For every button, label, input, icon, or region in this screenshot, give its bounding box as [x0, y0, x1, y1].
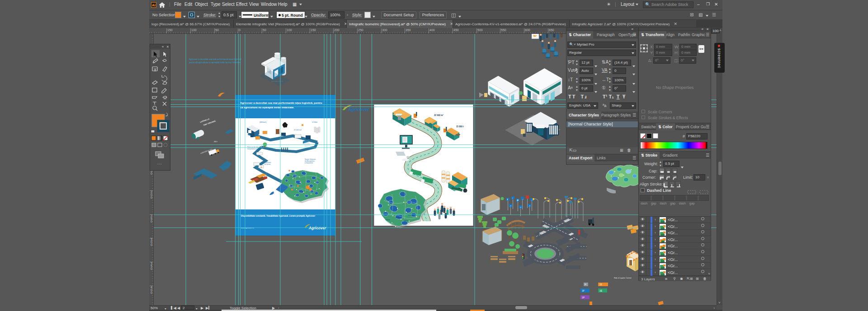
svg-text:→: →: [522, 197, 524, 200]
svg-text:Agricover a dezvoltat cea mai: Agricover a dezvoltat cea mai performant…: [240, 102, 322, 104]
svg-text:www.agricover.ro: www.agricover.ro: [271, 80, 283, 82]
svg-text:22 000 m²: 22 000 m²: [434, 114, 443, 116]
svg-text:↗: ↗: [510, 205, 512, 207]
svg-text:Uniform: Uniform: [254, 13, 269, 18]
svg-text:H: H: [585, 283, 586, 286]
svg-text:Agricover: Agricover: [308, 226, 326, 230]
svg-text:T: T: [154, 68, 156, 72]
svg-text:al Depozitelor: al Depozitelor: [305, 162, 313, 164]
svg-text:Hub-ul Logistic Central: Hub-ul Logistic Central: [614, 277, 632, 279]
svg-text:1E: 1E: [599, 289, 603, 292]
svg-text:de hectare: de hectare: [264, 163, 271, 165]
svg-text:Agricover a dezvoltat cea mai: Agricover a dezvoltat cea mai performant…: [189, 58, 241, 60]
svg-text:Bucureşti: Bucureşti: [396, 217, 401, 218]
svg-text:Craiova: Craiova: [386, 219, 390, 221]
svg-text:Călăraşi: Călăraşi: [404, 220, 409, 222]
svg-text:15 800 t: 15 800 t: [456, 125, 464, 128]
svg-text:Agricover: Agricover: [348, 107, 370, 112]
svg-text:✕: ✕: [166, 45, 169, 48]
svg-text:livrează direct la fermă: livrează direct la fermă: [247, 148, 260, 150]
svg-text:22 000 m2: 22 000 m2: [294, 129, 302, 131]
svg-text:Disponibilitate constantă. Tra: Disponibilitate constantă. Trasabilitate…: [241, 215, 315, 217]
svg-text:↗: ↗: [529, 205, 531, 207]
svg-text:că agricultura nu aşteaptă liv: că agricultura nu aşteaptă livrări întâr…: [240, 106, 294, 109]
svg-text:(8850m2): (8850m2): [259, 121, 266, 123]
svg-text:pentru că agricultura nu aştea: pentru că agricultura nu aşteaptă livrăr…: [189, 61, 241, 64]
svg-text:...: ...: [157, 161, 162, 165]
svg-text:12 800t: 12 800t: [312, 121, 317, 123]
svg-text:400 t: 400 t: [214, 141, 217, 143]
svg-text:AGRICOVER: AGRICOVER: [396, 115, 403, 116]
svg-text:↗: ↗: [520, 206, 522, 209]
svg-text:1F: 1F: [582, 289, 585, 292]
svg-text:15: 15: [599, 283, 602, 286]
svg-text:↑: ↑: [512, 197, 514, 200]
svg-text:1P: 1P: [582, 296, 585, 299]
svg-text:«: «: [162, 45, 164, 49]
